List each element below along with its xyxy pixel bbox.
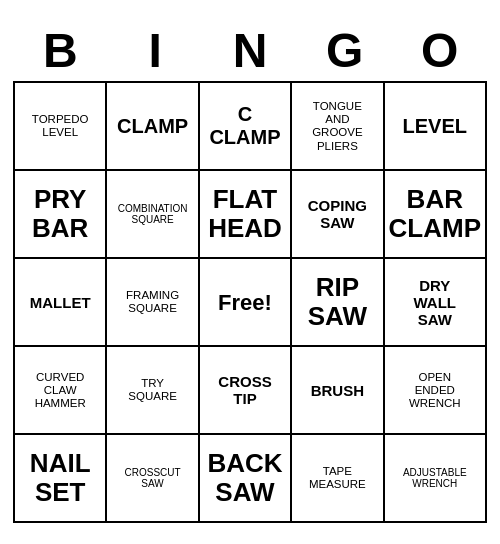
- header-letter: N: [203, 21, 298, 82]
- bingo-cell: TORPEDOLEVEL: [15, 83, 107, 171]
- bingo-cell: Free!: [200, 259, 292, 347]
- cell-text: RIPSAW: [308, 273, 367, 333]
- bingo-cell: CROSSTIP: [200, 347, 292, 435]
- cell-text: COMBINATIONSQUARE: [118, 203, 188, 226]
- cell-text: DRYWALLSAW: [414, 277, 457, 329]
- cell-text: TONGUEANDGROOVEPLIERS: [312, 100, 362, 153]
- bingo-cell: PRYBAR: [15, 171, 107, 259]
- cell-text: ADJUSTABLEWRENCH: [403, 467, 467, 490]
- bingo-cell: FRAMINGSQUARE: [107, 259, 199, 347]
- cell-text: FLATHEAD: [208, 185, 282, 245]
- cell-text: TRYSQUARE: [128, 377, 177, 403]
- cell-text: BRUSH: [311, 382, 364, 399]
- bingo-cell: RIPSAW: [292, 259, 384, 347]
- cell-text: OPENENDEDWRENCH: [409, 371, 461, 411]
- bingo-card: BINGO TORPEDOLEVELCLAMPCCLAMPTONGUEANDGR…: [5, 13, 495, 532]
- cell-text: CLAMP: [117, 115, 188, 138]
- bingo-cell: CCLAMP: [200, 83, 292, 171]
- bingo-cell: MALLET: [15, 259, 107, 347]
- cell-text: TAPEMEASURE: [309, 465, 366, 491]
- bingo-cell: COPINGSAW: [292, 171, 384, 259]
- header-letter: G: [297, 21, 392, 82]
- cell-text: CROSSCUTSAW: [125, 467, 181, 490]
- bingo-cell: DRYWALLSAW: [385, 259, 487, 347]
- cell-text: BACKSAW: [207, 449, 282, 509]
- cell-text: CURVEDCLAWHAMMER: [35, 371, 86, 411]
- cell-text: NAILSET: [30, 449, 91, 509]
- bingo-cell: OPENENDEDWRENCH: [385, 347, 487, 435]
- bingo-cell: BACKSAW: [200, 435, 292, 523]
- bingo-cell: FLATHEAD: [200, 171, 292, 259]
- bingo-grid: TORPEDOLEVELCLAMPCCLAMPTONGUEANDGROOVEPL…: [13, 81, 487, 523]
- bingo-cell: BRUSH: [292, 347, 384, 435]
- header-letter: O: [392, 21, 487, 82]
- cell-text: BARCLAMP: [389, 185, 481, 245]
- bingo-cell: TRYSQUARE: [107, 347, 199, 435]
- cell-text: LEVEL: [403, 115, 467, 138]
- header-letter: I: [108, 21, 203, 82]
- bingo-cell: TONGUEANDGROOVEPLIERS: [292, 83, 384, 171]
- bingo-cell: CLAMP: [107, 83, 199, 171]
- header-letter: B: [13, 21, 108, 82]
- bingo-header: BINGO: [13, 21, 487, 82]
- cell-text: FRAMINGSQUARE: [126, 289, 179, 315]
- bingo-cell: BARCLAMP: [385, 171, 487, 259]
- cell-text: CROSSTIP: [218, 373, 271, 408]
- cell-text: Free!: [218, 290, 272, 315]
- bingo-cell: TAPEMEASURE: [292, 435, 384, 523]
- cell-text: TORPEDOLEVEL: [32, 113, 89, 139]
- bingo-cell: COMBINATIONSQUARE: [107, 171, 199, 259]
- bingo-cell: NAILSET: [15, 435, 107, 523]
- bingo-cell: CROSSCUTSAW: [107, 435, 199, 523]
- bingo-cell: ADJUSTABLEWRENCH: [385, 435, 487, 523]
- cell-text: CCLAMP: [209, 103, 280, 149]
- bingo-cell: CURVEDCLAWHAMMER: [15, 347, 107, 435]
- cell-text: COPINGSAW: [308, 197, 367, 232]
- bingo-cell: LEVEL: [385, 83, 487, 171]
- cell-text: PRYBAR: [32, 185, 88, 245]
- cell-text: MALLET: [30, 294, 91, 311]
